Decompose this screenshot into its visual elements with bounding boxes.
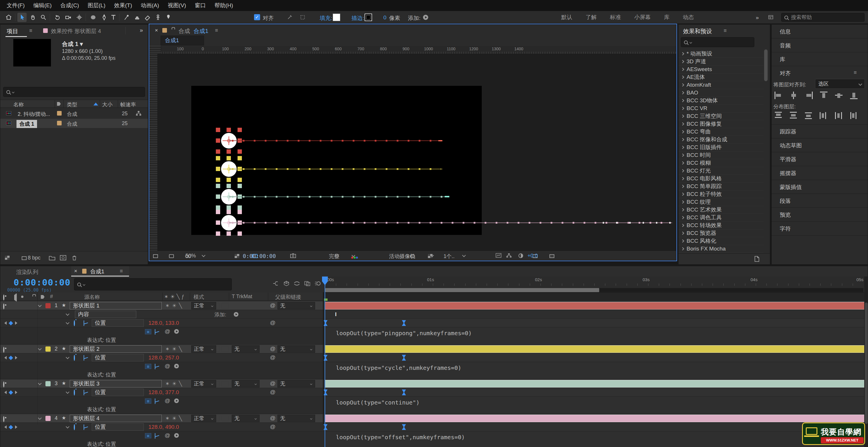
effects-category-row[interactable]: BCC 艺术效果 [679,206,764,214]
stopwatch-icon[interactable] [74,355,75,361]
effects-scrollbar-thumb[interactable] [764,49,768,81]
layer-name[interactable]: 形状图层 4 [70,415,162,422]
expression-graph-icon[interactable] [155,329,155,335]
col-framerate[interactable]: 帧速率 [120,101,136,108]
next-keyframe-icon[interactable] [15,425,18,429]
keyframe-navigator[interactable] [4,425,18,429]
graph-icon[interactable] [84,320,84,326]
expression-text[interactable]: loopOut(type="continue") [336,399,420,406]
property-name[interactable]: 位置 [92,423,144,431]
type-tool-icon[interactable] [109,13,118,22]
layer-row[interactable]: 2 ★ 形状图层 2 ✶☀╲ 正常 无 @ 无 [0,345,864,353]
expression-row[interactable]: = @ 表达式: 位置 loopOut(type="cycle",numkeyf… [0,362,864,379]
frame-blending-icon[interactable] [304,281,310,286]
blend-mode-dropdown[interactable]: 正常 [191,302,216,309]
prev-keyframe-icon[interactable] [4,356,7,359]
align-to-dropdown[interactable]: 选区 [815,79,865,89]
timeline-scrollbar[interactable] [864,277,868,447]
expression-pickwhip-icon[interactable]: @ [165,398,170,404]
effects-category-row[interactable]: AE流体 [679,73,764,81]
fill-label[interactable]: 填充: [320,14,332,22]
switch-cell[interactable] [221,346,229,352]
position-property-row[interactable]: 位置 128.0, 377.0 @ [0,388,864,397]
composition-mini-flowchart-icon[interactable] [272,281,279,286]
expression-language-menu[interactable] [174,433,179,438]
label-column-icon[interactable] [57,102,61,106]
col-name[interactable]: 名称 [13,101,24,108]
home-icon[interactable] [4,13,13,22]
workspace-tab[interactable]: 小屏幕 [634,13,651,21]
keyframe-icon[interactable] [9,321,13,325]
effects-category-row[interactable]: BCC 粒子特效 [679,191,764,198]
graph-icon[interactable] [84,424,84,430]
parent-pickwhip-icon[interactable]: @ [270,302,275,309]
effects-category-row[interactable]: 3D 声道 [679,58,764,66]
grid-guides-icon[interactable] [235,254,239,258]
trkmat-dropdown[interactable]: 无 [232,380,259,387]
eye-icon[interactable] [3,381,4,387]
project-search-box[interactable] [3,87,145,97]
menu-item[interactable]: 窗口 [190,2,210,9]
expression-graph-icon[interactable] [155,399,155,404]
workspace-tab[interactable]: 默认 [561,13,572,21]
position-property-row[interactable]: 位置 128.0, 257.0 @ [0,353,864,362]
keyframe-navigator[interactable] [4,356,18,359]
expression-language-menu[interactable] [174,329,179,334]
effects-category-row[interactable]: BCC 图像修复 [679,120,764,128]
switch-cell[interactable] [221,303,229,308]
source-name-column[interactable]: 源名称 [84,294,100,301]
audio-panel-header[interactable]: 音频 [772,38,868,52]
distribute-top-icon[interactable] [774,111,783,120]
effects-category-row[interactable]: AtomKraft [679,81,764,89]
collapsed-panel-header[interactable]: 平滑器 [772,152,868,166]
time-ruler[interactable]: :00s 01s 02s 03s 04s 05s [323,277,864,293]
stroke-color-swatch[interactable] [365,13,372,21]
camera-view-value[interactable]: 活动摄像机 [389,253,415,260]
layer-row[interactable]: 4 ★ 形状图层 4 ✶☀╲ 正常 无 @ 无 [0,414,864,423]
expression-text[interactable]: loopOut(type="pingpong",numkeyframes=0) [336,330,472,337]
col-size[interactable]: 大小 [102,101,113,108]
effects-category-row[interactable]: BCC 灯光 [679,167,764,175]
expression-text[interactable]: loopOut(type="offset",numkeyframes=0) [336,434,465,441]
collapsed-panel-header[interactable]: 动态草图 [772,138,868,152]
expression-enable-icon[interactable]: = [145,329,151,334]
layer-name[interactable]: 形状图层 1 [70,302,162,309]
distribute-left-icon[interactable] [819,111,828,120]
tab-render-queue[interactable]: 渲染队列 [16,268,38,276]
menu-item[interactable]: 合成(C) [56,2,83,9]
hand-tool-icon[interactable] [28,13,38,22]
draft-3d-icon[interactable] [283,281,290,286]
parent-pickwhip-icon[interactable]: @ [270,415,275,421]
panel-overflow-icon[interactable]: » [140,27,143,34]
workspace-tab[interactable]: 库 [664,13,670,21]
position-value[interactable]: 128.0, 377.0 [148,389,179,396]
shy-layers-icon[interactable] [294,281,300,286]
always-preview-icon[interactable] [153,254,158,258]
keyframe-icon[interactable] [9,390,13,395]
camera-tool-icon[interactable] [64,13,73,22]
collapsed-panel-header[interactable]: 摇摆器 [772,166,868,180]
puppet-pin-tool-icon[interactable] [164,13,173,22]
position-property-row[interactable]: 位置 128.0, 490.0 @ [0,423,864,432]
expand-chevron-icon[interactable] [38,347,42,350]
layer-duration-bar[interactable] [325,345,864,353]
parent-link-column[interactable]: 父级和链接 [275,294,301,301]
tab-effect-controls[interactable]: 效果控件 形状图层 4 [51,28,101,35]
folder-icon[interactable] [49,255,55,260]
collapsed-panel-header[interactable]: 跟踪器 [772,125,868,138]
expression-enable-icon[interactable]: = [145,364,151,369]
effects-category-row[interactable]: BCC 旧版插件 [679,144,764,151]
preview-timecode[interactable]: 0:00:00:00 [243,253,276,259]
collapsed-panel-header[interactable]: 段落 [772,194,868,208]
workspace-tab[interactable]: 动态 [683,13,694,21]
roto-brush-tool-icon[interactable] [153,13,163,22]
eye-icon[interactable] [3,303,4,309]
collapsed-panel-header[interactable]: 字符 [772,221,868,236]
layer-content-row[interactable]: 内容 添加: I [0,310,864,319]
effects-category-row[interactable]: BCC 简单跟踪 [679,183,764,191]
color-depth-button[interactable]: 8 bpc [28,255,40,261]
pen-tool-icon[interactable] [99,13,109,22]
position-property-row[interactable]: 位置 128.0, 133.0 @ [0,319,864,328]
sort-ascending-icon[interactable] [93,103,98,105]
expand-chevron-icon[interactable] [38,416,42,420]
